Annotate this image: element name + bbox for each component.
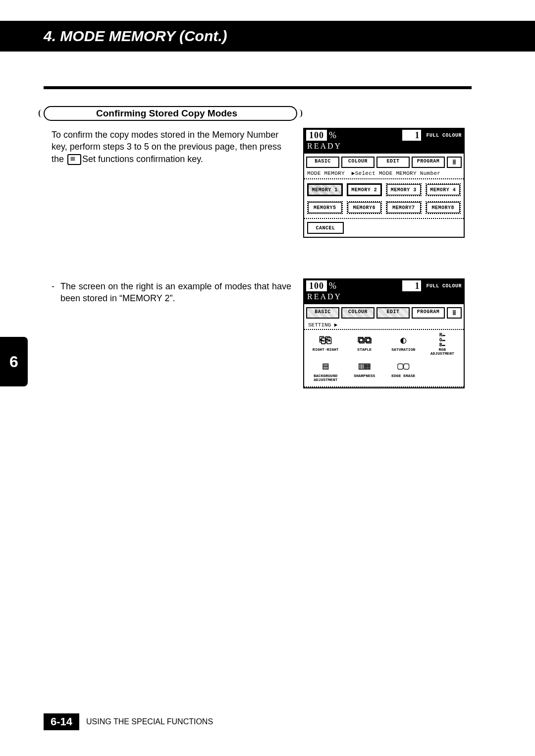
memory-5-button[interactable]: MEMORY5 [307, 201, 343, 214]
status-bar: 100 % 1 FULL COLOUR [304, 129, 464, 142]
edge-erase-icon: ▢▢ [394, 359, 412, 374]
intro-paragraph: To confirm the copy modes stored in the … [52, 129, 291, 165]
bullet-dash: - [52, 280, 60, 305]
memory-3-button[interactable]: MEMORY 3 [386, 183, 422, 196]
memory-7-button[interactable]: MEMORY7 [386, 201, 422, 214]
tab-colour-2[interactable]: COLOUR [341, 307, 374, 319]
colour-mode: FULL COLOUR [426, 133, 462, 138]
setting-rgb-adjust[interactable]: R▬G▬B▬ RGB ADJUSTMENT [423, 332, 462, 357]
setting-saturation[interactable]: ◐ SATURATION [384, 332, 423, 357]
memory-2-button[interactable]: MEMORY 2 [347, 183, 382, 196]
tab-basic[interactable]: BASIC [306, 157, 339, 168]
orientation-icon: ⎗⎘ [317, 333, 334, 348]
tab-edit[interactable]: EDIT [376, 157, 410, 168]
tab-colour[interactable]: COLOUR [341, 157, 374, 168]
setting-background-adjust[interactable]: ▤ BACKGROUND ADJUSTMENT [306, 358, 345, 383]
setting-sharpness[interactable]: ▥▦ SHARPNESS [345, 358, 384, 383]
settings-icon-grid: ⎗⎘ RIGHT→RIGHT ⧉⧉ STAPLE ◐ SATURATION R▬… [304, 329, 464, 387]
lcd-panel-settings: 100 % 1 FULL COLOUR READY BASIC COLOUR E… [303, 278, 465, 388]
memory-6-button[interactable]: MEMORY6 [347, 201, 382, 214]
status-bar-2: 100 % 1 FULL COLOUR [304, 279, 464, 292]
chapter-number: 6 [9, 353, 18, 371]
memory-8-button[interactable]: MEMORY8 [426, 201, 461, 214]
background-icon: ▤ [317, 359, 334, 374]
tab-edit-2[interactable]: EDIT [376, 307, 410, 319]
tab-special-icon-2[interactable] [447, 307, 462, 319]
memory-1-button[interactable]: MEMORY 1 [307, 183, 343, 196]
saturation-icon: ◐ [394, 333, 412, 348]
keypad-icon [67, 154, 81, 165]
footer-label: USING THE SPECIAL FUNCTIONS [86, 717, 213, 726]
ready-label-2: READY [304, 292, 464, 304]
zoom-value-2: 100 [306, 280, 327, 291]
section-heading-pill: Confirming Stored Copy Modes [44, 106, 297, 121]
tab-row-2: BASIC COLOUR EDIT PROGRAM [304, 304, 464, 320]
staple-icon: ⧉⧉ [356, 333, 374, 348]
colour-mode-2: FULL COLOUR [426, 283, 462, 289]
chapter-thumb-tab: 6 [0, 337, 28, 386]
zoom-unit-2: % [329, 281, 336, 291]
memory-grid: MEMORY 1 MEMORY 2 MEMORY 3 MEMORY 4 MEMO… [304, 178, 464, 219]
example-note: - The screen on the right is an example … [52, 280, 291, 305]
rgb-icon: R▬G▬B▬ [433, 333, 451, 348]
lcd-panel-memory-select: 100 % 1 FULL COLOUR READY BASIC COLOUR E… [303, 128, 465, 238]
divider-rule [44, 86, 472, 89]
intro-text-b: Set functions confirmation key. [82, 154, 203, 164]
setting-right-right[interactable]: ⎗⎘ RIGHT→RIGHT [306, 332, 345, 357]
setting-staple[interactable]: ⧉⧉ STAPLE [345, 332, 384, 357]
sharpness-icon: ▥▦ [356, 359, 374, 374]
cancel-button[interactable]: CANCEL [307, 222, 344, 234]
chapter-header: 4. MODE MEMORY (Cont.) [0, 21, 535, 52]
tab-basic-2[interactable]: BASIC [306, 307, 339, 319]
copy-count: 1 [402, 130, 421, 141]
example-note-text: The screen on the right is an example of… [60, 280, 291, 305]
tab-row: BASIC COLOUR EDIT PROGRAM [304, 154, 464, 169]
mode-memory-prompt: MODE MEMORY ▶Select MODE MEMORY Number [304, 169, 464, 178]
copy-count-2: 1 [402, 280, 421, 291]
setting-edge-erase[interactable]: ▢▢ EDGE ERASE [384, 358, 423, 383]
setting-prompt: SETTING ▶ [304, 320, 464, 329]
tab-program[interactable]: PROGRAM [412, 157, 445, 168]
tab-program-2[interactable]: PROGRAM [412, 307, 445, 319]
page-number: 6-14 [44, 713, 79, 730]
zoom-value: 100 [306, 130, 327, 141]
section-heading: Confirming Stored Copy Modes [96, 108, 237, 119]
chapter-title: 4. MODE MEMORY (Cont.) [44, 28, 227, 45]
zoom-unit: % [329, 130, 336, 141]
page-footer: 6-14 USING THE SPECIAL FUNCTIONS [44, 713, 213, 730]
tab-special-icon[interactable] [447, 157, 462, 168]
memory-4-button[interactable]: MEMORY 4 [426, 183, 461, 196]
ready-label: READY [304, 142, 464, 154]
